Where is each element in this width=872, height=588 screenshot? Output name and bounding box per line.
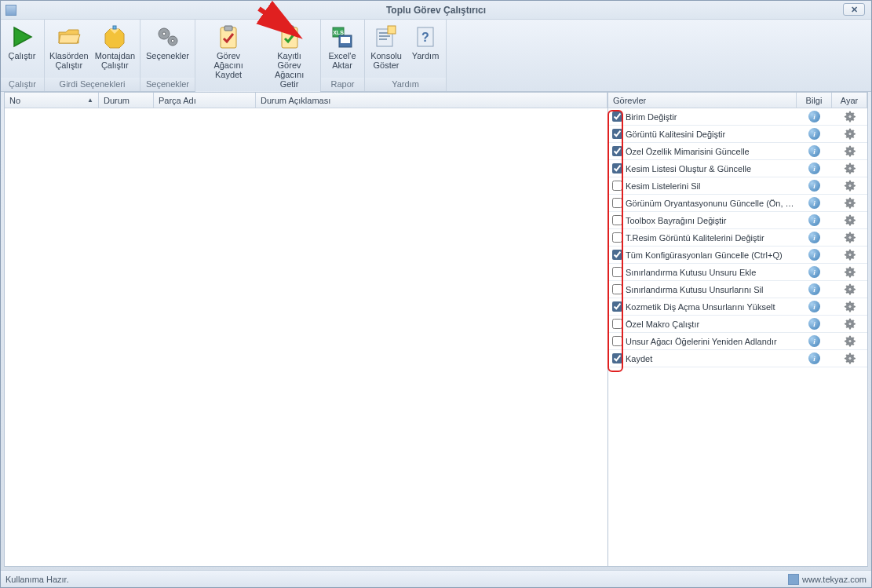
task-settings-button[interactable]: [832, 163, 867, 174]
status-link[interactable]: www.tekyaz.com: [788, 574, 867, 585]
task-info-button[interactable]: i: [797, 232, 832, 243]
col-ayar[interactable]: Ayar: [832, 93, 867, 108]
col-gorevler[interactable]: Görevler: [608, 93, 797, 108]
task-checkbox[interactable]: [612, 146, 622, 156]
task-row: Kaydeti: [608, 350, 867, 367]
col-no[interactable]: No▲: [5, 93, 99, 108]
task-label[interactable]: Toolbox Bayrağını Değiştir: [626, 216, 797, 225]
task-checkbox[interactable]: [612, 181, 622, 191]
task-label[interactable]: Birim Değiştir: [626, 112, 797, 122]
task-checkbox-cell: [608, 353, 626, 363]
from-assembly-button[interactable]: Montajdan Çalıştır: [92, 21, 138, 78]
task-checkbox[interactable]: [612, 250, 622, 260]
task-label[interactable]: Kaydet: [626, 354, 797, 363]
info-icon: i: [808, 180, 820, 192]
info-icon: i: [808, 197, 820, 209]
task-checkbox[interactable]: [612, 232, 622, 243]
task-label[interactable]: Sınırlandırma Kutusu Unsurlarını Sil: [626, 285, 797, 294]
task-checkbox[interactable]: [612, 336, 622, 346]
svg-point-33: [848, 288, 852, 291]
col-parca[interactable]: Parça Adı: [154, 93, 256, 108]
run-button[interactable]: Çalıştır: [2, 21, 42, 78]
task-settings-button[interactable]: [832, 232, 867, 243]
task-checkbox[interactable]: [612, 215, 622, 225]
load-task-tree-button[interactable]: Kayıtlı Görev Ağacını Getir: [260, 21, 319, 91]
task-label[interactable]: Kesim Listesi Oluştur & Güncelle: [626, 164, 797, 173]
help-button[interactable]: ? Yardım: [406, 21, 445, 78]
excel-disk-icon: XLS: [330, 24, 355, 49]
task-checkbox[interactable]: [612, 267, 622, 277]
task-info-button[interactable]: i: [797, 335, 832, 347]
task-checkbox[interactable]: [612, 198, 622, 208]
task-row: Tüm Konfigürasyonları Güncelle (Ctrl+Q)i: [608, 247, 867, 264]
task-settings-button[interactable]: [832, 214, 867, 226]
task-checkbox[interactable]: [612, 129, 622, 139]
task-checkbox[interactable]: [612, 301, 622, 312]
task-label[interactable]: Tüm Konfigürasyonları Güncelle (Ctrl+Q): [626, 250, 797, 260]
task-info-button[interactable]: i: [797, 214, 832, 226]
ribbon-group-label: Rapor: [321, 78, 364, 91]
options-button[interactable]: Seçenekler: [142, 21, 193, 78]
task-label[interactable]: Görüntü Kalitesini Değiştir: [626, 130, 797, 139]
task-label[interactable]: T.Resim Görüntü Kalitelerini Değiştir: [626, 233, 797, 243]
task-label[interactable]: Sınırlandırma Kutusu Unsuru Ekle: [626, 268, 797, 277]
task-checkbox[interactable]: [612, 284, 622, 294]
right-grid-header: Görevler Bilgi Ayar: [608, 93, 867, 108]
col-durum[interactable]: Durum: [99, 93, 154, 108]
task-label[interactable]: Özel Makro Çalıştır: [626, 320, 797, 329]
task-settings-button[interactable]: [832, 145, 867, 157]
task-info-button[interactable]: i: [797, 352, 832, 364]
info-icon: i: [808, 232, 820, 243]
col-bilgi[interactable]: Bilgi: [797, 93, 832, 108]
export-excel-button[interactable]: XLS Excel'e Aktar: [323, 21, 362, 78]
from-folder-button[interactable]: Klasörden Çalıştır: [46, 21, 92, 78]
task-label[interactable]: Görünüm Oryantasyonunu Güncelle (Ön, Sağ…: [626, 199, 797, 208]
task-info-button[interactable]: i: [797, 197, 832, 209]
title-bar: Toplu Görev Çalıştırıcı ✕: [1, 1, 871, 20]
task-label[interactable]: Unsur Ağacı Öğelerini Yeniden Adlandır: [626, 337, 797, 346]
task-info-button[interactable]: i: [797, 145, 832, 157]
task-info-button[interactable]: i: [797, 266, 832, 278]
task-settings-button[interactable]: [832, 318, 867, 330]
task-row: Görünüm Oryantasyonunu Güncelle (Ön, Sağ…: [608, 195, 867, 212]
gear-icon: [844, 249, 856, 261]
task-settings-button[interactable]: [832, 180, 867, 192]
task-info-button[interactable]: i: [797, 111, 832, 122]
svg-text:?: ?: [421, 31, 429, 44]
task-info-button[interactable]: i: [797, 180, 832, 192]
task-settings-button[interactable]: [832, 197, 867, 209]
save-task-tree-button[interactable]: Görev Ağacını Kaydet: [197, 21, 260, 91]
task-info-button[interactable]: i: [797, 301, 832, 312]
right-pane: Görevler Bilgi Ayar Birim DeğiştiriGörün…: [608, 93, 867, 566]
task-settings-button[interactable]: [832, 111, 867, 122]
svg-point-25: [848, 150, 852, 153]
task-settings-button[interactable]: [832, 352, 867, 364]
task-row: Kesim Listelerini Sili: [608, 177, 867, 195]
left-grid-header: No▲ Durum Parça Adı Durum Açıklaması: [5, 93, 607, 108]
gear-icon: [844, 318, 856, 330]
task-settings-button[interactable]: [832, 301, 867, 312]
task-label[interactable]: Kozmetik Diş Açma Unsurlarını Yükselt: [626, 302, 797, 312]
col-aciklama[interactable]: Durum Açıklaması: [256, 93, 607, 108]
task-info-button[interactable]: i: [797, 163, 832, 174]
task-info-button[interactable]: i: [797, 318, 832, 330]
task-label[interactable]: Kesim Listelerini Sil: [626, 181, 797, 191]
task-checkbox[interactable]: [612, 319, 622, 329]
task-settings-button[interactable]: [832, 283, 867, 295]
task-settings-button[interactable]: [832, 128, 867, 140]
task-info-button[interactable]: i: [797, 128, 832, 140]
task-row: Kesim Listesi Oluştur & Güncellei: [608, 160, 867, 177]
task-checkbox[interactable]: [612, 353, 622, 363]
task-checkbox[interactable]: [612, 111, 622, 122]
close-button[interactable]: ✕: [843, 3, 865, 16]
task-info-button[interactable]: i: [797, 283, 832, 295]
task-settings-button[interactable]: [832, 266, 867, 278]
task-settings-button[interactable]: [832, 249, 867, 261]
task-settings-button[interactable]: [832, 335, 867, 347]
gear-icon: [844, 266, 856, 278]
task-checkbox[interactable]: [612, 163, 622, 173]
show-console-button[interactable]: Konsolu Göster: [367, 21, 406, 78]
ribbon: Çalıştır Çalıştır Klasörden Çalıştır M: [1, 20, 871, 92]
task-label[interactable]: Özel Özellik Mimarisini Güncelle: [626, 147, 797, 156]
task-info-button[interactable]: i: [797, 249, 832, 261]
